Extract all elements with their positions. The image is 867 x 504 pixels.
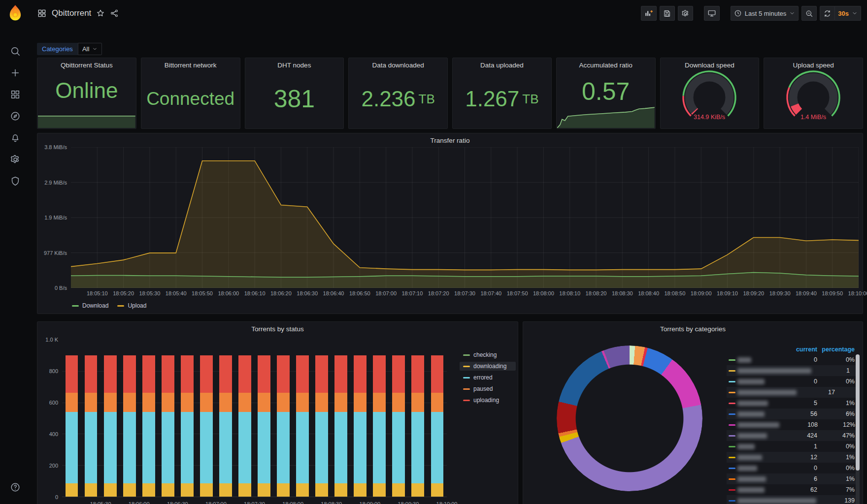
panel-title[interactable]: Torrents by categories — [523, 322, 863, 333]
bar-segment-paused — [181, 393, 194, 411]
status-bar[interactable] — [277, 355, 290, 497]
bar-segment-downloading — [142, 483, 155, 497]
legend-item-download[interactable]: Download — [72, 302, 108, 309]
bar-segment-downloading — [392, 483, 405, 497]
dashboard-settings-button[interactable] — [678, 6, 693, 21]
status-bar[interactable] — [238, 355, 251, 497]
status-bar[interactable] — [258, 355, 270, 497]
bar-segment-paused — [258, 393, 270, 411]
status-bar[interactable] — [142, 355, 155, 497]
panel-title[interactable]: Bittorrent network — [141, 58, 240, 69]
table-scrollbar-thumb[interactable] — [856, 354, 860, 471]
status-bar[interactable] — [411, 355, 424, 497]
status-bar[interactable] — [334, 355, 347, 497]
help-icon[interactable] — [4, 476, 26, 498]
status-bar[interactable] — [66, 355, 78, 497]
legend-dash-icon — [729, 413, 735, 415]
status-bar[interactable] — [373, 355, 386, 497]
page-title[interactable]: Qbittorrent — [52, 8, 91, 18]
status-bar[interactable] — [296, 355, 309, 497]
grafana-logo-icon[interactable] — [6, 4, 25, 23]
status-bar[interactable] — [392, 355, 405, 497]
status-bar[interactable] — [123, 355, 136, 497]
table-row: 121% — [727, 452, 860, 463]
status-bar[interactable] — [315, 355, 328, 497]
category-name-redacted — [737, 498, 816, 504]
zoom-out-button[interactable] — [801, 6, 817, 21]
legend-item-uploading[interactable]: uploading — [460, 396, 516, 405]
panel-title[interactable]: Data downloaded — [349, 58, 447, 69]
admin-shield-icon[interactable] — [4, 170, 26, 192]
x-tick-label: 18:08:50 — [664, 290, 685, 296]
bar-segment-paused — [123, 393, 136, 411]
star-icon[interactable] — [96, 9, 105, 18]
category-name-redacted — [737, 444, 755, 449]
categories-variable-label[interactable]: Categories — [37, 43, 78, 55]
alerting-bell-icon[interactable] — [4, 127, 26, 149]
y-tick-label: 0 B/s — [55, 285, 67, 291]
kiosk-tv-button[interactable] — [704, 6, 720, 21]
bar-segment-downloading — [411, 483, 424, 497]
search-icon[interactable] — [4, 40, 26, 62]
bar-segment-downloading — [238, 483, 251, 497]
status-bar[interactable] — [431, 355, 444, 497]
cell-current: 139 — [823, 497, 855, 504]
legend-item-errored[interactable]: errored — [460, 373, 516, 382]
refresh-button[interactable] — [820, 6, 835, 21]
dashboards-grid-icon[interactable] — [4, 84, 26, 105]
panel-title[interactable]: Download speed — [661, 58, 759, 69]
transfer-legend: DownloadUpload — [71, 299, 859, 313]
panel-title[interactable]: DHT nodes — [245, 58, 344, 69]
configuration-gear-icon[interactable] — [4, 149, 26, 170]
panel-title[interactable]: Data uploaded — [453, 58, 551, 69]
panel-title[interactable]: Accumulated ratio — [557, 58, 655, 69]
refresh-interval-picker[interactable]: 30s — [835, 6, 861, 21]
bar-segment-paused — [162, 393, 174, 411]
status-bar[interactable] — [354, 355, 367, 497]
status-bar[interactable] — [85, 355, 98, 497]
y-tick-label: 1.0 K — [45, 337, 58, 343]
panel-title[interactable]: Qbittorrent Status — [37, 58, 136, 69]
status-bar[interactable] — [162, 355, 174, 497]
transfer-x-axis: 18:05:1018:05:2018:05:3018:05:4018:05:50… — [71, 288, 859, 299]
bar-segment-downloading — [258, 483, 270, 497]
share-icon[interactable] — [110, 9, 119, 18]
x-tick-label: 18:05:30 — [90, 501, 111, 504]
uploaded-value: 1.267 — [465, 88, 519, 110]
status-plot[interactable] — [62, 340, 447, 497]
status-bar[interactable] — [219, 355, 232, 497]
panel-title[interactable]: Upload speed — [764, 58, 863, 69]
legend-item-downloading[interactable]: downloading — [460, 362, 516, 371]
time-range-picker[interactable]: Last 5 minutes — [731, 6, 799, 21]
status-bar[interactable] — [200, 355, 213, 497]
status-bar[interactable] — [104, 355, 117, 497]
x-tick-label: 18:09:40 — [796, 290, 817, 296]
category-name-redacted — [737, 357, 751, 363]
bar-segment-uploading — [431, 355, 444, 393]
legend-item-paused[interactable]: paused — [460, 384, 516, 393]
column-current[interactable]: current — [786, 346, 817, 353]
x-tick-label: 18:05:50 — [192, 290, 213, 296]
transfer-plot[interactable] — [71, 147, 859, 288]
legend-item-upload[interactable]: Upload — [117, 302, 146, 309]
bar-segment-paused — [66, 393, 78, 411]
legend-dash-icon — [729, 500, 735, 502]
panel-title[interactable]: Transfer ratio — [37, 133, 863, 144]
x-tick-label: 18:09:30 — [398, 501, 419, 504]
explore-compass-icon[interactable] — [4, 105, 26, 127]
bar-segment-errored — [162, 412, 174, 483]
panel-qbittorrent-status: Qbittorrent Status Online — [37, 58, 136, 129]
column-percentage[interactable]: percentage — [817, 346, 855, 353]
add-panel-button[interactable] — [641, 6, 657, 21]
create-plus-icon[interactable] — [4, 62, 26, 84]
status-bar[interactable] — [181, 355, 194, 497]
bar-segment-errored — [181, 412, 194, 483]
panel-title[interactable]: Torrents by status — [37, 322, 518, 333]
categories-variable-value[interactable]: All — [78, 43, 102, 55]
bar-segment-downloading — [200, 483, 213, 497]
legend-item-checking[interactable]: checking — [460, 350, 516, 359]
dashboard-grid-icon[interactable] — [37, 8, 47, 18]
y-tick-label: 200 — [49, 463, 58, 469]
categories-donut-chart[interactable] — [557, 346, 702, 491]
save-dashboard-button[interactable] — [660, 6, 675, 21]
